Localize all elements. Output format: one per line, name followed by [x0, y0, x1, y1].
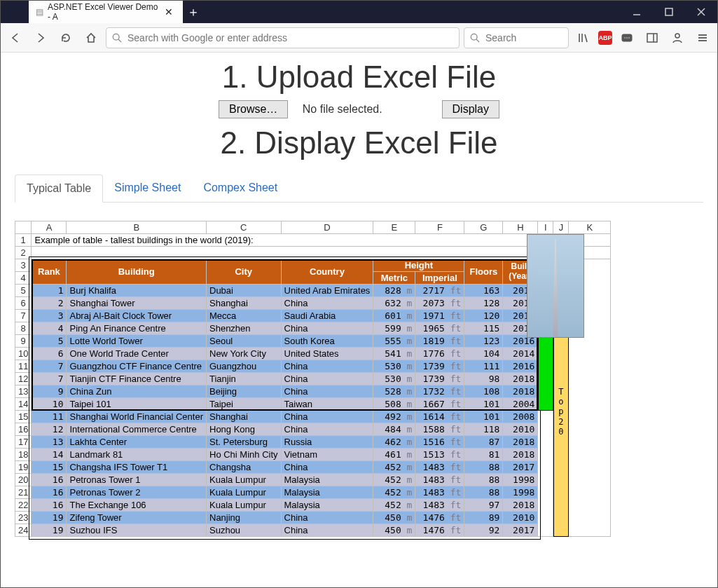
cell-metric[interactable]: 452 m [373, 486, 415, 499]
cell-metric[interactable]: 450 m [373, 524, 415, 537]
cell-floors[interactable]: 104 [464, 348, 503, 360]
address-bar[interactable] [106, 27, 460, 48]
cell-building[interactable]: Suzhou IFS [67, 524, 207, 537]
cell-metric[interactable]: 828 m [373, 285, 415, 297]
cell-floors[interactable]: 92 [464, 524, 503, 537]
menu-icon[interactable] [692, 27, 713, 48]
cell-rank[interactable]: 15 [32, 461, 67, 474]
row-header[interactable]: 15 [15, 411, 32, 423]
cell-city[interactable]: Dubai [207, 285, 282, 297]
back-button[interactable] [5, 27, 26, 48]
cell-floors[interactable]: 120 [464, 310, 503, 322]
cell-imperial[interactable]: 1483 ft [415, 499, 464, 512]
cell-city[interactable]: Kuala Lumpur [207, 499, 282, 512]
cell-metric[interactable]: 632 m [373, 297, 415, 310]
cell-metric[interactable]: 461 m [373, 449, 415, 461]
row-header[interactable]: 24 [15, 524, 32, 537]
cell-imperial[interactable]: 1971 ft [415, 310, 464, 322]
cell-country[interactable]: China [281, 524, 373, 537]
row-header[interactable]: 9 [15, 335, 32, 348]
cell-metric[interactable]: 555 m [373, 335, 415, 348]
row-header[interactable]: 11 [15, 360, 32, 373]
cell-imperial[interactable]: 1614 ft [415, 411, 464, 423]
cell-metric[interactable]: 599 m [373, 322, 415, 335]
row-header[interactable]: 19 [15, 461, 32, 474]
cell-city[interactable]: Taipei [207, 398, 282, 411]
browse-button[interactable]: Browse… [219, 100, 288, 118]
cell-city[interactable]: New York City [207, 348, 282, 360]
cell-country[interactable]: Malaysia [281, 499, 373, 512]
cell-floors[interactable]: 88 [464, 461, 503, 474]
cell-floors[interactable]: 89 [464, 512, 503, 524]
cell-metric[interactable]: 492 m [373, 411, 415, 423]
cell-metric[interactable]: 508 m [373, 398, 415, 411]
row-header[interactable]: 20 [15, 474, 32, 486]
cell-imperial[interactable]: 1776 ft [415, 348, 464, 360]
cell-city[interactable]: St. Petersburg [207, 436, 282, 449]
row-header[interactable]: 13 [15, 385, 32, 398]
home-button[interactable] [81, 27, 102, 48]
cell-floors[interactable]: 87 [464, 436, 503, 449]
cell-country[interactable]: China [281, 411, 373, 423]
row-header[interactable]: 2 [15, 247, 32, 259]
cell-imperial[interactable]: 1588 ft [415, 423, 464, 436]
cell-country[interactable]: China [281, 373, 373, 385]
abp-icon[interactable]: ABP [598, 31, 612, 45]
cell-built[interactable]: 1998 [503, 486, 538, 499]
cell-floors[interactable]: 111 [464, 360, 503, 373]
cell-city[interactable]: Shenzhen [207, 322, 282, 335]
cell-country[interactable]: Malaysia [281, 486, 373, 499]
cell-country[interactable]: China [281, 512, 373, 524]
cell-building[interactable]: Petronas Tower 1 [67, 474, 207, 486]
extension-icon[interactable] [616, 27, 637, 48]
cell-built[interactable]: 2004 [503, 398, 538, 411]
cell-city[interactable]: Beijing [207, 385, 282, 398]
row-header[interactable]: 1 [15, 234, 32, 247]
cell-rank[interactable]: 9 [32, 385, 67, 398]
row-header[interactable]: 5 [15, 285, 32, 297]
cell-imperial[interactable]: 2717 ft [415, 285, 464, 297]
cell-floors[interactable]: 88 [464, 474, 503, 486]
cell-floors[interactable]: 101 [464, 411, 503, 423]
cell-building[interactable]: One World Trade Center [67, 348, 207, 360]
sidebar-icon[interactable] [642, 27, 663, 48]
cell-city[interactable]: Mecca [207, 310, 282, 322]
col-header[interactable]: D [281, 221, 373, 234]
row-header[interactable]: 10 [15, 348, 32, 360]
cell-imperial[interactable]: 1667 ft [415, 398, 464, 411]
col-header[interactable]: J [553, 221, 569, 234]
cell-rank[interactable]: 1 [32, 285, 67, 297]
reload-button[interactable] [55, 27, 76, 48]
row-header[interactable]: 16 [15, 423, 32, 436]
cell-country[interactable]: China [281, 360, 373, 373]
cell-floors[interactable]: 108 [464, 385, 503, 398]
cell-metric[interactable]: 452 m [373, 499, 415, 512]
cell-metric[interactable]: 530 m [373, 373, 415, 385]
cell-built[interactable]: 1998 [503, 474, 538, 486]
cell-rank[interactable]: 10 [32, 398, 67, 411]
tab-typical-table[interactable]: Typical Table [15, 175, 103, 203]
col-header[interactable]: E [373, 221, 415, 234]
row-header[interactable]: 14 [15, 398, 32, 411]
cell-imperial[interactable]: 1819 ft [415, 335, 464, 348]
cell-country[interactable]: China [281, 322, 373, 335]
cell-floors[interactable]: 98 [464, 373, 503, 385]
cell-city[interactable]: Changsha [207, 461, 282, 474]
cell-metric[interactable]: 601 m [373, 310, 415, 322]
row-header[interactable]: 21 [15, 486, 32, 499]
tab-compex-sheet[interactable]: Compex Sheet [192, 175, 289, 202]
cell-metric[interactable]: 528 m [373, 385, 415, 398]
cell-building[interactable]: China Zun [67, 385, 207, 398]
cell-imperial[interactable]: 1476 ft [415, 524, 464, 537]
cell-country[interactable]: Vietnam [281, 449, 373, 461]
cell-imperial[interactable]: 2073 ft [415, 297, 464, 310]
cell-country[interactable]: Saudi Arabia [281, 310, 373, 322]
cell-built[interactable]: 2008 [503, 411, 538, 423]
close-button[interactable] [685, 1, 717, 23]
cell-floors[interactable]: 115 [464, 322, 503, 335]
row-header[interactable]: 8 [15, 322, 32, 335]
cell-built[interactable]: 2017 [503, 461, 538, 474]
cell-building[interactable]: Tianjin CTF Finance Centre [67, 373, 207, 385]
cell-city[interactable]: Shanghai [207, 411, 282, 423]
cell-country[interactable]: Russia [281, 436, 373, 449]
